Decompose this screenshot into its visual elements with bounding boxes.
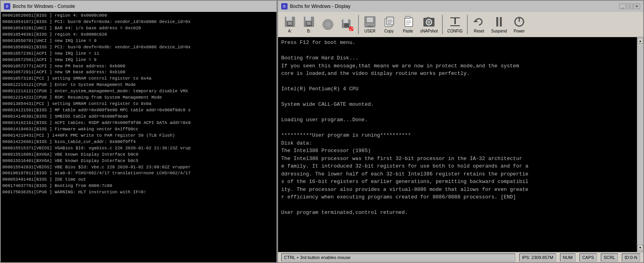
suspend-icon	[493, 15, 505, 28]
scroll-down-button[interactable]: ▼	[638, 245, 643, 250]
console-window: B Bochs for Windows - Console 0000105206…	[0, 0, 277, 263]
console-line: 00001421943i[PCI ] i440FX PMC write to P…	[2, 133, 275, 139]
status-caps: CAPS	[579, 253, 597, 261]
console-line: 00001385443i[PCI ] setting SMRAM control…	[2, 101, 275, 107]
svg-rect-34	[427, 17, 430, 19]
config-icon: I	[449, 15, 461, 28]
console-line: 00001422666i[BIOS ] bios_table_cur_addr:…	[2, 139, 275, 145]
user-button[interactable]: USER USER	[361, 14, 379, 35]
paste-button[interactable]: Paste	[399, 14, 417, 35]
display-line: s of the 16-bit registers of earlier gen…	[281, 178, 634, 186]
suspend-button[interactable]: Suspend	[489, 14, 509, 35]
reset-label: Reset	[474, 29, 484, 33]
user-label: USER	[364, 29, 375, 33]
cdrom-icon	[322, 18, 334, 31]
scroll-up-button[interactable]: ▲	[638, 38, 643, 44]
status-caps-text: CAPS	[582, 255, 594, 260]
write-protect-button[interactable]	[338, 14, 356, 35]
toolbar-sep-3	[467, 15, 468, 34]
toolbar: A: B:	[278, 12, 643, 37]
display-line	[281, 47, 634, 55]
display-title-icon: B	[281, 3, 288, 10]
floppy-a-button[interactable]: A:	[281, 14, 299, 35]
display-line: Press F12 for boot menu.	[281, 39, 634, 47]
console-line: 00001057277i[ACPI ] new PM base address:…	[2, 63, 275, 70]
config-button[interactable]: I CONFIG	[445, 14, 465, 35]
display-window: B Bochs for Windows - Display _ □ ✕ A:	[277, 0, 644, 263]
paste-icon	[402, 15, 414, 28]
display-line: ddressing. The lower half of each 32-bit…	[281, 170, 634, 178]
copy-button[interactable]: Copy	[380, 14, 398, 35]
minimize-button[interactable]: _	[619, 4, 626, 9]
svg-rect-40	[500, 17, 502, 27]
display-line: e family. It introduced 32-bit registers…	[281, 162, 634, 170]
svg-rect-1	[286, 17, 292, 21]
status-scrl-text: SCRL	[604, 255, 615, 260]
svg-rect-13	[343, 19, 348, 23]
scrollbar[interactable]: ▲ ▼	[637, 37, 643, 252]
config-label: CONFIG	[447, 29, 463, 33]
status-id-text: tD:0-N	[625, 255, 637, 260]
svg-point-33	[427, 21, 431, 24]
console-line: 00001057291i[ACPI ] new SM base address:…	[2, 69, 275, 76]
svg-rect-3	[288, 22, 292, 25]
power-button[interactable]: Power	[511, 14, 528, 35]
display-line: **********User program is runing********…	[281, 132, 634, 139]
svg-rect-14	[344, 23, 349, 27]
display-line: If you seen this message,that means we a…	[281, 62, 634, 70]
power-label: Power	[514, 29, 525, 33]
display-title: Bochs for Windows - Display	[290, 4, 617, 9]
svg-marker-38	[473, 19, 478, 22]
svg-rect-27	[406, 16, 410, 19]
console-line: 00001054936i[BIOS ] region 4: 0x0000c020	[2, 32, 275, 38]
status-num-text: NUM	[563, 255, 573, 260]
close-button[interactable]: ✕	[634, 4, 640, 9]
snapshot-label: sNAPshot	[420, 29, 438, 33]
user-icon: USER	[364, 15, 376, 28]
console-line: 00001551537i[VBIOS] VGABios $Id: vgabios…	[2, 145, 275, 152]
console-title-icon: B	[4, 3, 10, 10]
floppy-b-label: B:	[307, 29, 311, 33]
svg-rect-5	[305, 17, 311, 21]
console-line: 00001414030i[BIOS ] SMBIOS table addr=0x…	[2, 114, 275, 120]
console-line: 00001551608i[BXVGA] VBE known Display In…	[2, 152, 275, 158]
status-num: NUM	[560, 253, 575, 261]
snapshot-button[interactable]: sNAPshot	[418, 14, 440, 35]
display-line	[281, 78, 634, 86]
floppy-b-icon	[303, 15, 315, 28]
write-protect-icon	[341, 18, 353, 31]
svg-text:USER: USER	[367, 25, 373, 28]
cdrom-button[interactable]	[319, 14, 337, 35]
svg-rect-26	[405, 18, 413, 27]
display-titlebar: B Bochs for Windows - Display _ □ ✕	[278, 1, 643, 12]
reset-button[interactable]: Reset	[470, 14, 488, 35]
console-content: 00001052065i[BIOS ] region 4: 0x0000c000…	[1, 12, 276, 262]
display-line: The Intel386 processor was the first 32-…	[281, 155, 634, 163]
status-id: tD:0-N	[622, 253, 640, 261]
copy-label: Copy	[384, 29, 393, 33]
console-titlebar: B Bochs for Windows - Console	[1, 1, 276, 12]
display-line: r efficiency when executing programs cre…	[281, 193, 634, 201]
console-line: 00001054107i[BIOS ] PCI: bus=0 devfn=0x0…	[2, 19, 275, 25]
console-line: 00001221422i[CPU0 ] RSM: Resuming from S…	[2, 95, 275, 101]
console-line: 00001057319i[PCI ] setting SMRAM control…	[2, 76, 275, 82]
svg-rect-18	[367, 17, 373, 22]
display-line: The Intel386 Processor (1985)	[281, 147, 634, 155]
paste-label: Paste	[403, 29, 413, 33]
copy-icon	[383, 15, 395, 28]
status-ips-text: IPS: 2309.857M	[522, 255, 553, 260]
console-line: 00001055070i[UHCI ] new IRQ line = 9	[2, 38, 275, 44]
console-line: 00001221412i[CPU0 ] Enter to System Mana…	[2, 82, 275, 88]
display-line: User program terminated,control returned…	[281, 209, 634, 217]
maximize-button[interactable]: □	[627, 4, 633, 9]
floppy-b-button[interactable]: B:	[300, 14, 318, 35]
toolbar-sep-1	[358, 15, 359, 34]
console-line: 00001056992i[BIOS ] PCI: bus=0 devfn=0x0…	[2, 44, 275, 51]
console-line: 00001412159i[BIOS ] MP table addr=0x000f…	[2, 107, 275, 114]
display-line: Disk data:	[281, 139, 634, 147]
console-line: 00001419463i[BIOS ] Firmware waking vect…	[2, 126, 275, 133]
svg-rect-39	[496, 17, 498, 27]
console-line: 00001551640i[BXVGA] VBE known Display In…	[2, 158, 275, 164]
display-body: Press F12 for boot menu. Booting from Ha…	[278, 37, 643, 252]
floppy-a-icon	[284, 15, 296, 28]
